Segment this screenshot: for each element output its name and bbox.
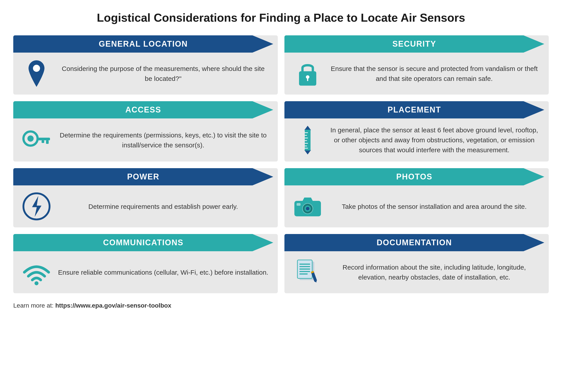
card-body-documentation: Record information about the site, inclu… [284, 251, 549, 293]
card-header-communications: COMMUNICATIONS [13, 234, 273, 251]
lock-icon [293, 59, 322, 88]
svg-rect-16 [305, 140, 307, 141]
card-access: ACCESS Determine the requirements (permi… [13, 101, 278, 162]
svg-rect-18 [305, 146, 307, 146]
card-communications: COMMUNICATIONS Ensure reliable communica… [13, 234, 278, 293]
key-icon [22, 126, 51, 155]
card-text-general-location: Considering the purpose of the measureme… [58, 64, 269, 84]
ruler-icon [293, 126, 322, 155]
card-documentation: DOCUMENTATION [284, 234, 549, 293]
card-body-photos: Take photos of the sensor installation a… [284, 185, 549, 227]
svg-point-4 [306, 75, 309, 79]
footer-link[interactable]: https://www.epa.gov/air-sensor-toolbox [55, 302, 171, 309]
svg-rect-35 [299, 271, 310, 272]
card-header-access: ACCESS [13, 101, 273, 118]
card-header-placement: PLACEMENT [284, 101, 545, 118]
card-header-photos: PHOTOS [284, 168, 545, 185]
svg-point-28 [35, 281, 38, 285]
card-header-label-security: SECURITY [392, 39, 436, 49]
card-placement: PLACEMENT [284, 101, 549, 162]
svg-marker-11 [304, 150, 311, 155]
card-text-access: Determine the requirements (permissions,… [58, 130, 269, 150]
card-body-security: Ensure that the sensor is secure and pro… [284, 53, 549, 95]
svg-point-0 [33, 65, 40, 72]
card-header-label-placement: PLACEMENT [387, 105, 441, 114]
footer: Learn more at: https://www.epa.gov/air-s… [13, 302, 549, 309]
svg-point-26 [306, 207, 309, 210]
card-header-label-communications: COMMUNICATIONS [103, 238, 183, 247]
svg-rect-9 [42, 140, 44, 143]
svg-rect-34 [299, 269, 310, 269]
card-header-general-location: GENERAL LOCATION [13, 35, 273, 53]
svg-point-6 [27, 135, 34, 142]
svg-rect-33 [299, 266, 310, 267]
card-body-power: Determine requirements and establish pow… [13, 185, 278, 227]
page-title: Logistical Considerations for Finding a … [13, 11, 549, 24]
svg-rect-27 [297, 203, 301, 206]
card-body-communications: Ensure reliable communications (cellular… [13, 251, 278, 293]
card-text-photos: Take photos of the sensor installation a… [329, 202, 540, 212]
card-header-documentation: DOCUMENTATION [284, 234, 545, 251]
wifi-icon [22, 258, 51, 287]
card-text-documentation: Record information about the site, inclu… [329, 262, 540, 282]
cards-grid: GENERAL LOCATION Considering the purpose… [13, 35, 549, 293]
card-general-location: GENERAL LOCATION Considering the purpose… [13, 35, 278, 95]
svg-rect-15 [305, 138, 308, 138]
card-header-power: POWER [13, 168, 273, 185]
location-pin-icon [22, 59, 51, 88]
camera-icon [293, 192, 322, 221]
card-power: POWER Determine requirements and establi… [13, 168, 278, 227]
svg-marker-10 [304, 126, 311, 130]
card-header-security: SECURITY [284, 35, 545, 53]
svg-rect-32 [299, 264, 310, 265]
card-security: SECURITY Ensure that the sensor is secur… [284, 35, 549, 95]
document-icon [293, 258, 322, 287]
card-header-label-documentation: DOCUMENTATION [377, 238, 452, 247]
card-header-label-power: POWER [127, 172, 159, 181]
svg-marker-21 [32, 196, 42, 217]
svg-rect-8 [46, 140, 49, 144]
footer-text: Learn more at: [13, 302, 55, 309]
card-body-placement: In general, place the sensor at least 6 … [284, 118, 549, 162]
card-header-label-access: ACCESS [125, 105, 161, 114]
card-header-label-photos: PHOTOS [396, 172, 433, 181]
card-text-placement: In general, place the sensor at least 6 … [329, 125, 540, 155]
card-body-access: Determine the requirements (permissions,… [13, 118, 278, 162]
card-text-power: Determine requirements and establish pow… [58, 202, 269, 212]
card-header-label-general-location: GENERAL LOCATION [99, 39, 188, 49]
card-body-general-location: Considering the purpose of the measureme… [13, 53, 278, 95]
lightning-icon [22, 192, 51, 221]
svg-rect-36 [299, 274, 307, 275]
svg-rect-17 [305, 143, 308, 144]
svg-rect-14 [305, 135, 307, 136]
card-photos: PHOTOS Take photos of the senso [284, 168, 549, 227]
svg-rect-13 [305, 132, 308, 133]
card-text-communications: Ensure reliable communications (cellular… [58, 267, 269, 277]
svg-rect-7 [37, 138, 50, 140]
card-text-security: Ensure that the sensor is secure and pro… [329, 64, 540, 84]
svg-rect-19 [305, 148, 308, 148]
